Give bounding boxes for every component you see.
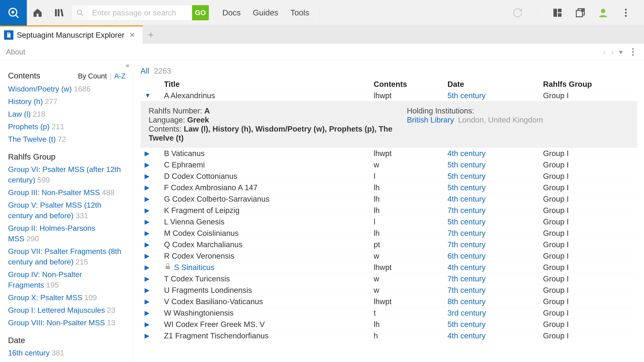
sort-by-count[interactable]: By Count	[78, 72, 107, 80]
facet-contents-item-label[interactable]: Prophets (p)	[8, 122, 50, 131]
sidebar-collapse-icon[interactable]: «	[126, 62, 129, 69]
breadcrumb-all[interactable]: All	[140, 66, 149, 75]
holding-institution-link[interactable]: British Library	[407, 115, 454, 124]
right-toolbar	[510, 0, 644, 25]
facet-rahlfs-item-count: 599	[36, 176, 50, 184]
row-date[interactable]: 5th century	[448, 172, 543, 181]
facet-contents-item-label[interactable]: The Twelve (t)	[8, 135, 56, 143]
sort-a-z[interactable]: A-Z	[114, 72, 126, 80]
row-group: Group I	[543, 274, 637, 283]
tab-add-button[interactable]: ＋	[143, 25, 159, 43]
nav-docs[interactable]: Docs	[222, 8, 241, 17]
row-contents: lh	[374, 320, 448, 329]
row-date[interactable]: 7th century	[448, 240, 543, 249]
facet-date-item-label[interactable]: 16th century	[8, 349, 50, 357]
expand-caret-icon[interactable]	[144, 92, 151, 99]
expand-caret-icon[interactable]	[144, 332, 150, 339]
nav-forward-icon[interactable]: ›	[611, 47, 614, 56]
row-date[interactable]: 3rd century	[448, 308, 543, 318]
row-contents: w	[374, 274, 448, 283]
row-date[interactable]: 4th century	[448, 149, 543, 158]
expand-caret-icon[interactable]	[144, 172, 150, 180]
svg-rect-5	[58, 9, 60, 16]
nav-dropdown-icon[interactable]: ▾	[619, 48, 622, 56]
facet-rahlfs-item-label[interactable]: Group VIII: Non-Psalter MSS	[8, 319, 105, 327]
row-date[interactable]: 7th century	[448, 286, 543, 295]
facet-rahlfs-item-label[interactable]: Group II: Holmes-Parsons MSS	[8, 224, 95, 243]
facet-rahlfs-item-label[interactable]: Group I: Lettered Majuscules	[8, 306, 105, 314]
row-date[interactable]: 5th century	[448, 320, 543, 329]
library-icon[interactable]	[48, 0, 70, 25]
row-date[interactable]: 7th century	[448, 206, 543, 215]
row-date[interactable]: 4th century	[448, 331, 543, 340]
expand-caret-icon[interactable]	[144, 150, 150, 157]
expand-caret-icon[interactable]	[144, 275, 150, 282]
content: All 2263 TitleContentsDateRahlfs GroupA …	[132, 60, 644, 362]
tab-doc-icon	[4, 30, 14, 40]
go-button[interactable]: GO	[192, 5, 209, 20]
home-icon[interactable]	[27, 0, 48, 25]
row-date[interactable]: 5th century	[448, 91, 543, 100]
nav-back-icon[interactable]: ‹	[603, 47, 606, 56]
tab-close-icon[interactable]: ✕	[128, 31, 137, 39]
col-group[interactable]: Rahlfs Group	[543, 80, 637, 89]
expand-caret-icon[interactable]	[144, 184, 150, 191]
app-logo[interactable]	[0, 0, 27, 25]
user-icon[interactable]	[595, 0, 611, 25]
svg-rect-21	[166, 266, 170, 269]
facet-rahlfs-item-label[interactable]: Group VI: Psalter MSS (after 12th centur…	[8, 165, 121, 184]
kebab-menu-icon[interactable]	[618, 0, 634, 25]
expand-caret-icon[interactable]	[144, 252, 150, 260]
col-date[interactable]: Date	[448, 80, 543, 89]
row-date[interactable]: 5th century	[448, 183, 543, 192]
panel-menu-icon[interactable]	[628, 47, 638, 57]
facet-date-item: 15th century263	[8, 359, 126, 362]
sync-icon[interactable]	[510, 0, 526, 25]
row-date[interactable]: 6th century	[448, 251, 543, 260]
row-contents: lhwpt	[374, 297, 448, 306]
tab-strip: Septuagint Manuscript Explorer ✕ ＋	[0, 25, 644, 43]
row-group: Group I	[543, 251, 637, 260]
row-date[interactable]: 8th century	[448, 297, 543, 306]
layout-icon[interactable]	[550, 0, 566, 25]
close-all-icon[interactable]	[572, 0, 588, 25]
facet-rahlfs-item-label[interactable]: Group X: Psalter MSS	[8, 293, 82, 302]
facet-date-item-label[interactable]: 15th century	[8, 361, 50, 362]
row-date[interactable]: 5th century	[448, 217, 543, 226]
facet-date-item: 16th century381	[8, 347, 126, 359]
facet-rahlfs-item-label[interactable]: Group VII: Psalter Fragments (8th centur…	[8, 247, 121, 266]
main: « Contents By Count | A-Z Wisdom/Poetry …	[0, 60, 644, 362]
expand-caret-icon[interactable]	[144, 161, 150, 168]
facet-rahlfs-item-count: 109	[82, 293, 97, 302]
nav-tools[interactable]: Tools	[290, 8, 309, 17]
search-input[interactable]	[88, 5, 192, 20]
row-date[interactable]: 4th century	[448, 194, 543, 203]
row-date[interactable]: 7th century	[448, 229, 543, 238]
expand-caret-icon[interactable]	[144, 286, 150, 294]
tab-title: Septuagint Manuscript Explorer	[17, 30, 124, 39]
expand-caret-icon[interactable]	[144, 195, 150, 203]
col-contents[interactable]: Contents	[374, 80, 448, 89]
about-link[interactable]: About	[6, 48, 25, 56]
nav-guides[interactable]: Guides	[253, 8, 278, 17]
expand-caret-icon[interactable]	[144, 264, 150, 271]
expand-caret-icon[interactable]	[144, 309, 150, 317]
expand-caret-icon[interactable]	[144, 229, 150, 237]
col-title[interactable]: Title	[164, 80, 374, 89]
expand-caret-icon[interactable]	[144, 207, 150, 214]
expand-caret-icon[interactable]	[144, 298, 150, 305]
expand-caret-icon[interactable]	[144, 321, 150, 328]
row-group: Group I	[543, 240, 637, 249]
facet-contents-item-label[interactable]: Wisdom/Poetry (w)	[8, 85, 72, 93]
facet-rahlfs-item-label[interactable]: Group III: Non-Psalter MSS	[8, 188, 100, 197]
facet-contents-item-label[interactable]: Law (l)	[8, 110, 31, 118]
expand-caret-icon[interactable]	[144, 218, 150, 225]
row-date[interactable]: 4th century	[448, 263, 543, 272]
search-icon[interactable]	[72, 5, 88, 20]
row-date[interactable]: 7th century	[448, 274, 543, 283]
row-date[interactable]: 5th century	[448, 160, 543, 169]
tab-manuscript-explorer[interactable]: Septuagint Manuscript Explorer ✕	[0, 25, 143, 43]
expand-caret-icon[interactable]	[144, 241, 150, 248]
facet-contents-item-label[interactable]: History (h)	[8, 97, 43, 106]
row-group: Group I	[543, 297, 637, 306]
